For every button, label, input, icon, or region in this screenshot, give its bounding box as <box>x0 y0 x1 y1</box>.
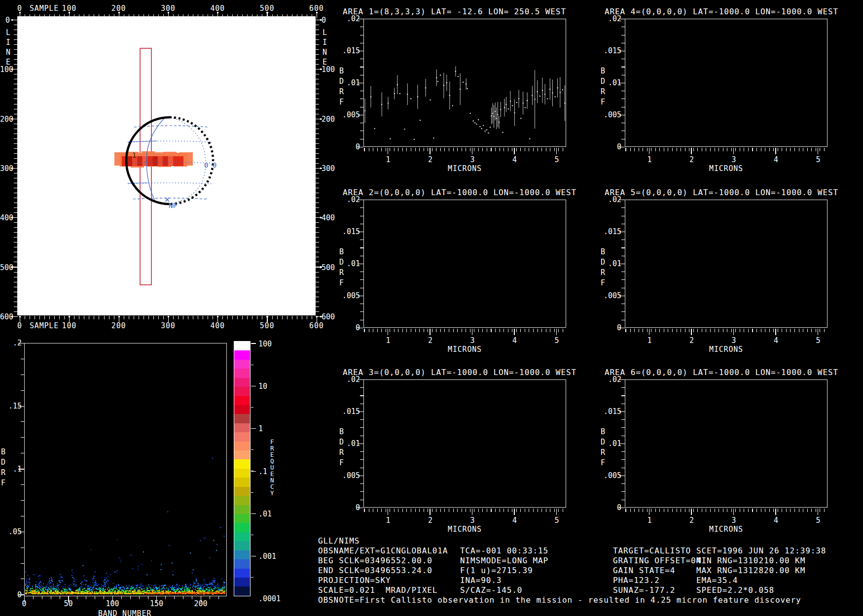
info-field: BEG SCLK=03496552.00.0 <box>318 556 432 565</box>
spectrum-y-tick-label: .005 <box>333 471 360 480</box>
colorbar-band <box>234 405 250 414</box>
colorbar-band <box>234 514 250 523</box>
density-x-tick-label: 200 <box>194 599 207 608</box>
spectrum-x-tick-label: 3 <box>470 155 474 164</box>
density-y-tick-label: .05 <box>3 527 22 536</box>
spectrum-x-axis-label: MICRONS <box>709 345 743 354</box>
colorbar-band <box>234 442 250 450</box>
colorbar-band <box>234 496 250 505</box>
colorbar-band <box>234 469 250 478</box>
info-field: SCET=1996 JUN 26 12:39:38 <box>696 546 826 555</box>
north-pole-label: NP <box>169 202 177 209</box>
spectrum-plot-area-area-4 <box>625 19 827 147</box>
density-x-axis-label: BAND NUMBER <box>98 609 151 616</box>
info-field: SUNAZ=-177.2 <box>613 585 675 595</box>
colorbar-band <box>234 569 250 578</box>
colorbar-major-ticks <box>251 341 256 596</box>
info-field: GAIN STATE=4 <box>613 566 675 575</box>
colorbar-band <box>234 378 250 387</box>
spectrum-y-tick-label: .005 <box>333 291 360 300</box>
area-1-marker: 1 <box>132 151 136 159</box>
frequency-colorbar <box>234 341 251 596</box>
spectrum-x-tick-label: 4 <box>512 516 517 525</box>
lat-lon-origin-label: 0 0 <box>204 161 216 169</box>
colorbar-band <box>234 423 250 432</box>
north-pole-marker <box>165 198 169 202</box>
spectrum-x-tick-label: 1 <box>386 516 390 525</box>
info-field: MIN RNG=1310210.00 KM <box>696 556 805 565</box>
spectrum-x-tick-label: 5 <box>816 155 820 164</box>
spectrum-y-tick-label: .02 <box>594 375 621 384</box>
spectrum-x-major-ticks <box>363 329 566 335</box>
spectrum-y-tick-label: .015 <box>333 407 360 416</box>
band-density-panel: BDRF .2.15.1.050 050100150200 BAND NUMBE… <box>0 325 306 616</box>
spectrum-x-major-ticks <box>625 509 827 515</box>
spectrum-y-tick-label: .005 <box>594 471 621 480</box>
spectrum-y-tick-label: .02 <box>594 195 621 204</box>
spectrum-x-axis-label: MICRONS <box>709 525 743 534</box>
spectrum-y-major-ticks <box>619 19 625 147</box>
spectrum-y-tick-label: .01 <box>333 78 360 87</box>
colorbar-band <box>234 532 250 541</box>
spectrum-title-area-2: AREA 2=(0,0,0,0) LAT=-1000.0 LON=-1000.0… <box>343 188 576 197</box>
colorbar-band <box>234 550 250 559</box>
spectrum-y-tick-label: 0 <box>333 323 360 332</box>
spectrum-title-area-1: AREA 1=(8,3,3,3) LAT= -12.6 LON= 250.5 W… <box>343 7 566 16</box>
spectrum-x-major-ticks <box>363 509 566 515</box>
spectrum-x-tick-label: 3 <box>731 336 736 345</box>
colorbar-band <box>234 459 250 468</box>
spectrum-y-tick-label: 0 <box>594 503 621 512</box>
colorbar-band <box>234 523 250 532</box>
colorbar-band <box>234 487 250 496</box>
spectrum-x-tick-label: 2 <box>428 516 432 525</box>
info-field: F(1 u)=2715.39 <box>460 566 533 575</box>
colorbar-band <box>234 369 250 377</box>
spectrum-plot-area-area-5 <box>625 200 827 328</box>
spectrum-y-tick-label: .02 <box>333 14 360 23</box>
info-field: OBSNAME/EXT=G1CNGLOBAL01A <box>318 546 448 555</box>
spectrum-title-area-5: AREA 5=(0,0,0,0) LAT=-1000.0 LON=-1000.0… <box>605 188 838 197</box>
info-field: GRATING OFFSET=04 <box>613 556 701 565</box>
spectrum-plot-area-area-1 <box>363 19 566 147</box>
colorbar-band <box>234 478 250 486</box>
colorbar-band <box>234 350 250 359</box>
spectrum-plot-area-area-2 <box>363 200 566 328</box>
spectrum-x-major-ticks <box>625 329 827 335</box>
colorbar-band <box>234 432 250 441</box>
spectrum-x-tick-label: 5 <box>816 336 820 345</box>
spectrum-title-area-3: AREA 3=(0,0,0,0) LAT=-1000.0 LON=-1000.0… <box>343 368 576 377</box>
colorbar-tick-label: 100 <box>258 340 272 348</box>
spectrum-x-tick-label: 4 <box>512 155 517 164</box>
spectrum-y-tick-label: .015 <box>333 227 360 236</box>
spectrum-x-tick-label: 2 <box>689 155 694 164</box>
info-field: NIMSMODE=LONG MAP <box>460 556 548 565</box>
info-field: TARGET=CALLISTO <box>613 546 691 555</box>
colorbar-title: FREQUENCY <box>270 439 274 496</box>
info-field: MAX RNG=1312820.00 KM <box>696 566 805 575</box>
info-field: S/CAZ=-145.0 <box>460 585 522 595</box>
colorbar-band <box>234 559 250 568</box>
spectrum-y-tick-label: .005 <box>594 110 621 119</box>
density-y-tick-label: 0 <box>3 590 22 599</box>
sky-map-panel: 00100100200200300300400400500500600600SA… <box>0 0 325 325</box>
footprint-cell-inner <box>173 156 183 166</box>
spectrum-y-tick-label: .01 <box>594 259 621 268</box>
spectrum-y-major-ticks <box>358 19 363 147</box>
spectrum-title-area-6: AREA 6=(0,0,0,0) LAT=-1000.0 LON=-1000.0… <box>605 368 838 377</box>
spectrum-y-tick-label: .01 <box>594 439 621 448</box>
info-field: EMA=35.4 <box>696 576 738 585</box>
colorbar-tick-label: .1 <box>258 467 267 476</box>
spectrum-x-tick-label: 1 <box>647 516 651 525</box>
spectrum-y-tick-label: .015 <box>594 46 621 55</box>
spectrum-x-tick-label: 3 <box>731 516 736 525</box>
colorbar-band <box>234 387 250 396</box>
spectrum-plot-area-area-3 <box>363 379 566 508</box>
info-field: END SCLK=03496553.24.0 <box>318 566 432 575</box>
spectrum-y-tick-label: .01 <box>333 259 360 268</box>
info-field: PROJECTION=SKY <box>318 576 391 585</box>
density-plot-area <box>24 343 227 596</box>
spectrum-y-axis-label: BDRF <box>601 427 605 468</box>
spectrum-y-axis-label: BDRF <box>339 247 344 288</box>
spectrum-plot-area-area-6 <box>625 379 827 508</box>
spectrum-y-tick-label: .02 <box>333 375 360 384</box>
